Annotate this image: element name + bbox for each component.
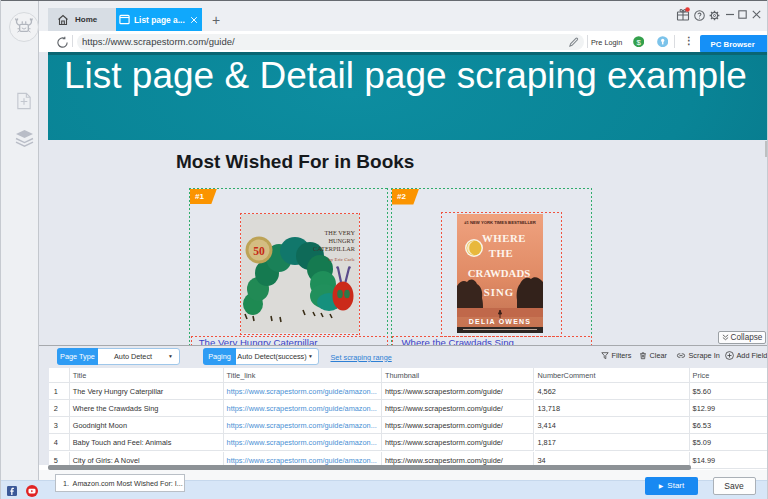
svg-text:CATERPILLAR: CATERPILLAR xyxy=(313,245,356,252)
svg-text:50: 50 xyxy=(253,245,265,257)
svg-text:THE: THE xyxy=(489,247,513,259)
svg-text:THE VERY: THE VERY xyxy=(325,229,356,236)
svg-text:SING: SING xyxy=(484,286,514,298)
svg-text:HUNGRY: HUNGRY xyxy=(328,237,355,244)
svg-text:DELIA OWENS: DELIA OWENS xyxy=(469,318,531,325)
svg-text:#1 NEW YORK TIMES BESTSELLER: #1 NEW YORK TIMES BESTSELLER xyxy=(464,220,536,225)
svg-text:WHERE: WHERE xyxy=(482,232,526,244)
svg-text:CRAWDADS: CRAWDADS xyxy=(468,267,530,279)
svg-text:by Eric Carle: by Eric Carle xyxy=(328,257,355,262)
svg-text:$: $ xyxy=(637,38,642,47)
